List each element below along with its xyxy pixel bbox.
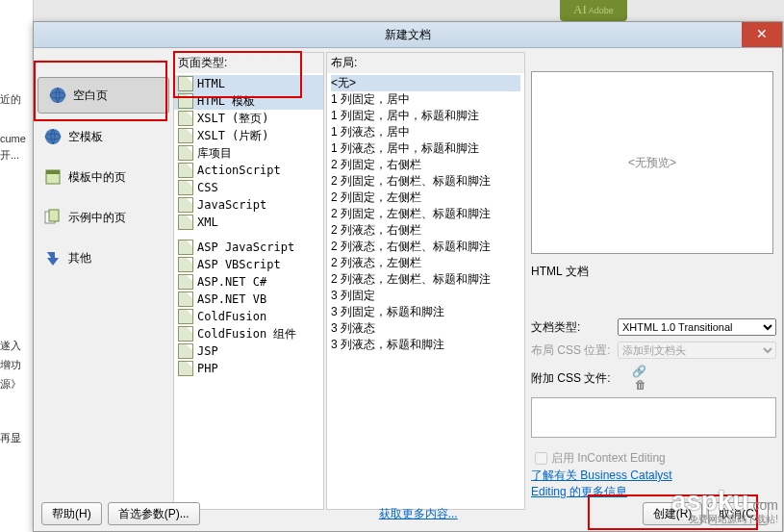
right-column: <无预览> HTML 文档 文档类型: XHTML 1.0 Transition… bbox=[525, 48, 782, 510]
page-type-column: 页面类型: HTMLHTML 模板XSLT (整页)XSLT (片断)库项目Ac… bbox=[173, 52, 324, 510]
attach-css-label: 附加 CSS 文件: bbox=[531, 370, 618, 387]
page-type-item[interactable]: XSLT (片断) bbox=[174, 127, 323, 144]
doctype-label: 文档类型: bbox=[531, 319, 618, 336]
page-type-item[interactable]: ColdFusion bbox=[174, 308, 323, 325]
file-icon bbox=[178, 291, 193, 307]
layout-item[interactable]: 2 列液态，左侧栏 bbox=[331, 255, 520, 271]
page-type-item[interactable]: XML bbox=[174, 214, 323, 231]
page-type-label: JSP bbox=[197, 344, 218, 358]
category-4[interactable]: 其他 bbox=[34, 241, 173, 275]
background-panel: 近的 cume 开... 遂入 增功 源》 再显 bbox=[0, 0, 34, 532]
svg-rect-7 bbox=[49, 210, 59, 221]
category-icon bbox=[48, 86, 67, 105]
attach-css-icons[interactable]: 🔗 🗑 bbox=[618, 365, 646, 392]
layout-item[interactable]: 2 列液态，右侧栏 bbox=[331, 222, 520, 239]
category-icon bbox=[43, 127, 63, 146]
layout-item[interactable]: 2 列液态，右侧栏、标题和脚注 bbox=[331, 239, 520, 255]
category-label: 其他 bbox=[68, 250, 91, 266]
doctype-select[interactable]: XHTML 1.0 Transitional bbox=[618, 318, 776, 336]
page-type-label: PHP bbox=[197, 362, 218, 375]
page-type-item[interactable]: HTML 模板 bbox=[174, 92, 323, 110]
category-label: 模板中的页 bbox=[68, 169, 126, 186]
page-type-item[interactable]: JSP bbox=[174, 342, 323, 360]
page-type-item[interactable]: ASP VBScript bbox=[174, 256, 323, 273]
page-type-item[interactable]: PHP bbox=[174, 360, 323, 377]
svg-point-0 bbox=[50, 88, 65, 103]
page-type-label: ASP.NET C# bbox=[197, 275, 266, 289]
dialog-title: 新建文档 bbox=[385, 28, 431, 41]
layout-list[interactable]: <无>1 列固定，居中1 列固定，居中，标题和脚注1 列液态，居中1 列液态，居… bbox=[327, 73, 524, 355]
page-type-label: ASP.NET VB bbox=[197, 292, 266, 306]
layout-item[interactable]: 3 列液态，标题和脚注 bbox=[331, 337, 520, 353]
page-type-item[interactable]: CSS bbox=[174, 179, 323, 196]
category-2[interactable]: 模板中的页 bbox=[34, 160, 173, 194]
file-icon bbox=[178, 128, 193, 143]
help-button[interactable]: 帮助(H) bbox=[41, 502, 102, 525]
page-type-item[interactable]: ColdFusion 组件 bbox=[174, 325, 323, 342]
layout-item[interactable]: 1 列固定，居中，标题和脚注 bbox=[331, 108, 520, 124]
category-label: 空白页 bbox=[73, 88, 108, 104]
layout-item[interactable]: 2 列固定，左侧栏、标题和脚注 bbox=[331, 206, 520, 222]
layout-item[interactable]: 2 列固定，右侧栏 bbox=[331, 157, 520, 173]
layout-css-label: 布局 CSS 位置: bbox=[531, 342, 618, 359]
page-type-label: ActionScript bbox=[197, 164, 281, 177]
incontext-link[interactable]: 了解有关 Business CatalystEditing 的更多信息 bbox=[531, 469, 672, 498]
page-type-label: XSLT (整页) bbox=[197, 111, 269, 127]
page-type-label: ColdFusion 组件 bbox=[197, 326, 296, 342]
page-type-item[interactable]: ASP.NET VB bbox=[174, 291, 323, 308]
doc-type-description: HTML 文档 bbox=[531, 264, 776, 280]
layout-item[interactable]: 3 列固定，标题和脚注 bbox=[331, 304, 520, 320]
file-icon bbox=[178, 240, 193, 255]
page-type-item[interactable]: 库项目 bbox=[174, 144, 323, 162]
category-label: 空模板 bbox=[68, 129, 103, 145]
layout-css-select: 添加到文档头 bbox=[618, 342, 776, 359]
page-type-label: XML bbox=[197, 215, 218, 229]
page-type-label: ASP JavaScript bbox=[197, 241, 294, 254]
file-icon bbox=[178, 76, 193, 91]
attach-css-input[interactable] bbox=[531, 397, 776, 438]
layout-item[interactable]: 1 列液态，居中，标题和脚注 bbox=[331, 140, 520, 157]
category-column: 空白页空模板模板中的页示例中的页其他 bbox=[34, 48, 173, 510]
svg-rect-5 bbox=[46, 170, 60, 174]
file-icon bbox=[178, 361, 193, 376]
category-1[interactable]: 空模板 bbox=[34, 119, 173, 154]
file-icon bbox=[178, 180, 193, 195]
page-type-item[interactable]: XSLT (整页) bbox=[174, 110, 323, 127]
file-icon bbox=[178, 163, 193, 178]
page-type-label: ColdFusion bbox=[197, 310, 266, 323]
file-icon bbox=[178, 257, 193, 272]
close-button[interactable]: ✕ bbox=[742, 22, 782, 47]
preview-pane: <无预览> bbox=[531, 71, 773, 254]
file-icon bbox=[178, 93, 193, 109]
watermark: aspku.com 免费网站源码下载站! bbox=[671, 486, 778, 526]
category-label: 示例中的页 bbox=[68, 210, 126, 226]
page-type-label: HTML 模板 bbox=[197, 93, 255, 110]
layout-item[interactable]: 1 列固定，居中 bbox=[331, 91, 520, 108]
file-icon bbox=[178, 145, 193, 161]
page-type-item[interactable]: ASP JavaScript bbox=[174, 239, 323, 256]
page-type-item[interactable]: JavaScript bbox=[174, 196, 323, 214]
category-icon bbox=[43, 167, 63, 187]
layout-item[interactable]: 2 列固定，左侧栏 bbox=[331, 190, 520, 206]
layout-item[interactable]: 1 列液态，居中 bbox=[331, 124, 520, 140]
page-type-label: XSLT (片断) bbox=[197, 128, 269, 144]
page-type-list[interactable]: HTMLHTML 模板XSLT (整页)XSLT (片断)库项目ActionSc… bbox=[174, 73, 323, 379]
adobe-badge: AI Adobe bbox=[560, 0, 627, 21]
category-0[interactable]: 空白页 bbox=[38, 77, 169, 114]
layout-item[interactable]: 3 列固定 bbox=[331, 288, 520, 304]
category-3[interactable]: 示例中的页 bbox=[34, 200, 173, 235]
prefs-button[interactable]: 首选参数(P)... bbox=[108, 502, 200, 525]
file-icon bbox=[178, 215, 193, 230]
more-content-link[interactable]: 获取更多内容... bbox=[379, 506, 458, 522]
layout-column: 布局: <无>1 列固定，居中1 列固定，居中，标题和脚注1 列液态，居中1 列… bbox=[326, 52, 525, 510]
page-type-label: JavaScript bbox=[197, 198, 266, 212]
layout-item[interactable]: 2 列固定，右侧栏、标题和脚注 bbox=[331, 173, 520, 190]
page-type-item[interactable]: ActionScript bbox=[174, 162, 323, 179]
file-icon bbox=[178, 343, 193, 359]
page-type-item[interactable]: HTML bbox=[174, 75, 323, 92]
titlebar: 新建文档 ✕ bbox=[34, 22, 782, 48]
page-type-item[interactable]: ASP.NET C# bbox=[174, 273, 323, 291]
layout-item[interactable]: <无> bbox=[331, 75, 520, 91]
layout-item[interactable]: 3 列液态 bbox=[331, 320, 520, 337]
layout-item[interactable]: 2 列液态，左侧栏、标题和脚注 bbox=[331, 271, 520, 288]
